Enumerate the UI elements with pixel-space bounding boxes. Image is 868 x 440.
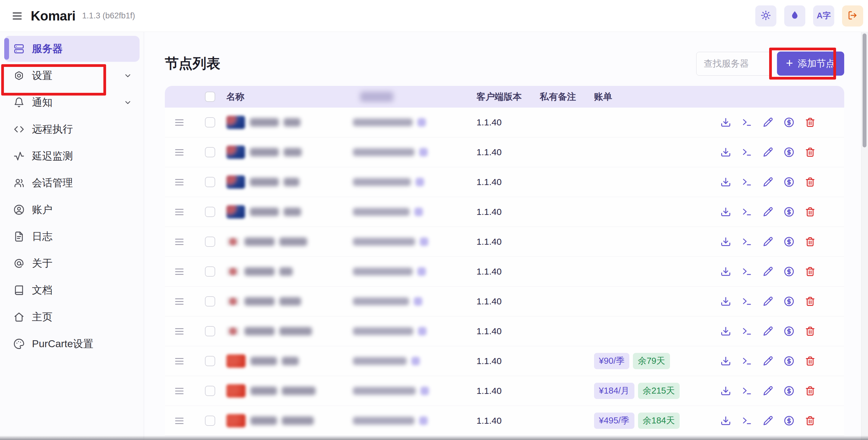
download-icon[interactable] bbox=[720, 355, 732, 367]
terminal-icon[interactable] bbox=[741, 117, 752, 128]
delete-icon[interactable] bbox=[804, 117, 816, 128]
edit-icon[interactable] bbox=[762, 176, 774, 188]
billing-icon[interactable] bbox=[783, 296, 795, 307]
drag-handle[interactable] bbox=[175, 358, 184, 364]
billing-icon[interactable] bbox=[783, 206, 795, 218]
download-icon[interactable] bbox=[720, 266, 732, 277]
row-checkbox[interactable] bbox=[205, 207, 215, 217]
select-all-checkbox[interactable] bbox=[205, 92, 215, 102]
theme-toggle-button[interactable] bbox=[755, 5, 776, 27]
copy-icon[interactable] bbox=[414, 208, 423, 216]
copy-icon[interactable] bbox=[417, 118, 426, 127]
billing-icon[interactable] bbox=[783, 266, 795, 277]
delete-icon[interactable] bbox=[804, 206, 816, 218]
sidebar-item-latency-monitor[interactable]: 延迟监测 bbox=[4, 143, 140, 169]
row-checkbox[interactable] bbox=[205, 237, 215, 247]
sidebar-item-settings[interactable]: 设置 bbox=[4, 63, 140, 89]
download-icon[interactable] bbox=[720, 117, 732, 128]
row-checkbox[interactable] bbox=[205, 326, 215, 336]
billing-icon[interactable] bbox=[783, 117, 795, 128]
row-checkbox[interactable] bbox=[205, 177, 215, 187]
row-checkbox[interactable] bbox=[205, 296, 215, 307]
download-icon[interactable] bbox=[720, 236, 732, 247]
sidebar-item-servers[interactable]: 服务器 bbox=[4, 36, 140, 62]
terminal-icon[interactable] bbox=[741, 296, 752, 307]
terminal-icon[interactable] bbox=[741, 176, 752, 188]
delete-icon[interactable] bbox=[804, 415, 816, 427]
scrollbar-thumb[interactable] bbox=[863, 33, 867, 147]
sidebar-item-home[interactable]: 主页 bbox=[4, 304, 140, 330]
terminal-icon[interactable] bbox=[741, 385, 752, 397]
drag-handle[interactable] bbox=[175, 269, 184, 275]
language-button[interactable]: A字 bbox=[813, 5, 834, 27]
terminal-icon[interactable] bbox=[741, 236, 752, 247]
sidebar-item-purcarte-settings[interactable]: PurCarte设置 bbox=[4, 331, 140, 357]
copy-icon[interactable] bbox=[417, 267, 426, 276]
row-checkbox[interactable] bbox=[205, 386, 215, 396]
drag-handle[interactable] bbox=[175, 388, 184, 394]
drag-handle[interactable] bbox=[175, 239, 184, 245]
sidebar-item-notifications[interactable]: 通知 bbox=[4, 90, 140, 116]
delete-icon[interactable] bbox=[804, 147, 816, 158]
edit-icon[interactable] bbox=[762, 296, 774, 307]
download-icon[interactable] bbox=[720, 147, 732, 158]
copy-icon[interactable] bbox=[419, 416, 428, 425]
download-icon[interactable] bbox=[720, 206, 732, 218]
edit-icon[interactable] bbox=[762, 415, 774, 427]
delete-icon[interactable] bbox=[804, 296, 816, 307]
drag-handle[interactable] bbox=[175, 149, 184, 156]
row-checkbox[interactable] bbox=[205, 147, 215, 157]
billing-icon[interactable] bbox=[783, 236, 795, 247]
copy-icon[interactable] bbox=[411, 357, 420, 365]
row-checkbox[interactable] bbox=[205, 416, 215, 426]
edit-icon[interactable] bbox=[762, 206, 774, 218]
drag-handle[interactable] bbox=[175, 328, 184, 335]
terminal-icon[interactable] bbox=[741, 266, 752, 277]
terminal-icon[interactable] bbox=[741, 415, 752, 427]
edit-icon[interactable] bbox=[762, 236, 774, 247]
drag-handle[interactable] bbox=[175, 179, 184, 185]
copy-icon[interactable] bbox=[415, 178, 424, 186]
drag-handle[interactable] bbox=[175, 418, 184, 424]
row-checkbox[interactable] bbox=[205, 117, 215, 127]
terminal-icon[interactable] bbox=[741, 355, 752, 367]
billing-icon[interactable] bbox=[783, 415, 795, 427]
download-icon[interactable] bbox=[720, 296, 732, 307]
delete-icon[interactable] bbox=[804, 325, 816, 337]
billing-icon[interactable] bbox=[783, 325, 795, 337]
sidebar-item-docs[interactable]: 文档 bbox=[4, 277, 140, 303]
delete-icon[interactable] bbox=[804, 176, 816, 188]
menu-icon[interactable] bbox=[9, 8, 25, 24]
sidebar-item-logs[interactable]: 日志 bbox=[4, 224, 140, 250]
billing-icon[interactable] bbox=[783, 385, 795, 397]
row-checkbox[interactable] bbox=[205, 356, 215, 366]
delete-icon[interactable] bbox=[804, 266, 816, 277]
sidebar-item-about[interactable]: 关于 bbox=[4, 250, 140, 276]
edit-icon[interactable] bbox=[762, 385, 774, 397]
logout-button[interactable] bbox=[842, 5, 863, 27]
sidebar-item-remote-execution[interactable]: 远程执行 bbox=[4, 116, 140, 142]
edit-icon[interactable] bbox=[762, 355, 774, 367]
download-icon[interactable] bbox=[720, 176, 732, 188]
add-node-button[interactable]: + 添加节点 bbox=[777, 52, 844, 76]
billing-icon[interactable] bbox=[783, 176, 795, 188]
copy-icon[interactable] bbox=[420, 238, 428, 246]
search-input[interactable] bbox=[696, 52, 772, 76]
appearance-button[interactable] bbox=[784, 5, 805, 27]
delete-icon[interactable] bbox=[804, 236, 816, 247]
download-icon[interactable] bbox=[720, 415, 732, 427]
delete-icon[interactable] bbox=[804, 385, 816, 397]
row-checkbox[interactable] bbox=[205, 266, 215, 277]
edit-icon[interactable] bbox=[762, 325, 774, 337]
terminal-icon[interactable] bbox=[741, 206, 752, 218]
edit-icon[interactable] bbox=[762, 266, 774, 277]
sidebar-item-session-management[interactable]: 会话管理 bbox=[4, 170, 140, 196]
edit-icon[interactable] bbox=[762, 117, 774, 128]
scrollbar[interactable] bbox=[861, 32, 868, 440]
copy-icon[interactable] bbox=[419, 148, 428, 156]
billing-icon[interactable] bbox=[783, 147, 795, 158]
download-icon[interactable] bbox=[720, 385, 732, 397]
download-icon[interactable] bbox=[720, 325, 732, 337]
terminal-icon[interactable] bbox=[741, 325, 752, 337]
copy-icon[interactable] bbox=[418, 327, 427, 336]
